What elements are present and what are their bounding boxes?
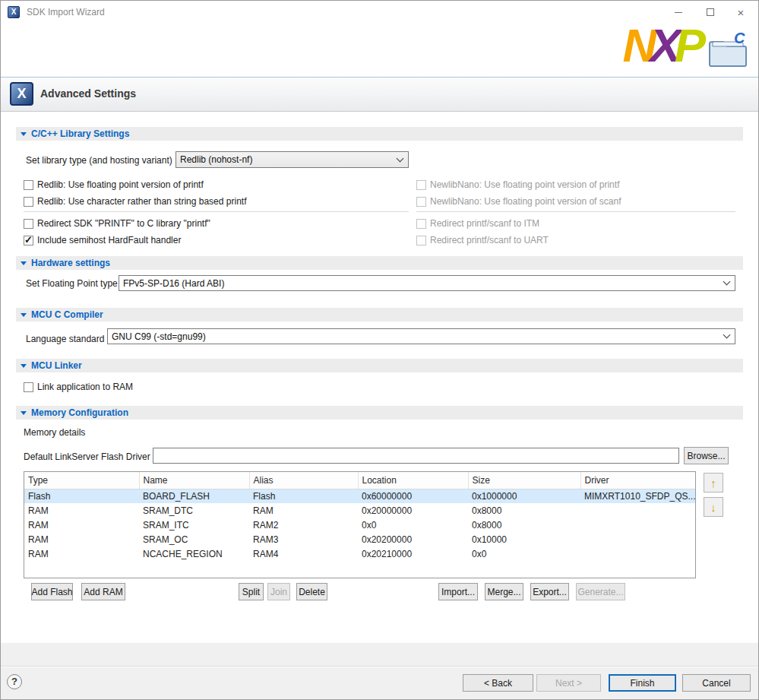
- cell: Flash: [249, 489, 358, 503]
- checkbox-label: Include semihost HardFault handler: [37, 235, 181, 245]
- table-row-sram-itc[interactable]: RAM SRAM_ITC RAM2 0x0 0x8000: [24, 518, 696, 532]
- cell: 0x8000: [468, 503, 580, 518]
- memory-table: Type Name Alias Location Size Driver Fla…: [24, 471, 696, 578]
- separator: [1, 666, 758, 667]
- next-button: Next >: [536, 674, 601, 692]
- nxp-letter-n: N: [623, 19, 650, 71]
- column-header-location[interactable]: Location: [358, 472, 468, 489]
- merge-button[interactable]: Merge...: [485, 583, 523, 600]
- finish-button[interactable]: Finish: [609, 674, 676, 692]
- cell: NCACHE_REGION: [139, 546, 249, 561]
- cell: [580, 532, 696, 546]
- collapse-triangle-icon: [21, 261, 27, 265]
- collapse-triangle-icon: [21, 411, 27, 415]
- collapse-triangle-icon: [21, 313, 27, 317]
- help-button[interactable]: ?: [7, 674, 22, 689]
- checkbox-box: [24, 180, 33, 190]
- section-memory-configuration[interactable]: Memory Configuration: [16, 406, 743, 420]
- library-type-label: Set library type (and hosting variant): [26, 154, 172, 166]
- mcuxpresso-icon-letter: X: [17, 86, 26, 102]
- cell: 0x20200000: [358, 532, 468, 546]
- minimize-icon: [675, 12, 682, 13]
- library-type-select[interactable]: Redlib (nohost-nf): [176, 151, 409, 168]
- column-header-type[interactable]: Type: [24, 472, 139, 489]
- column-header-size[interactable]: Size: [468, 472, 580, 489]
- flash-driver-input[interactable]: [153, 448, 679, 464]
- library-type-value: Redlib (nohost-nf): [180, 154, 252, 165]
- table-row-board-flash[interactable]: Flash BOARD_FLASH Flash 0x60000000 0x100…: [24, 489, 696, 503]
- cancel-button[interactable]: Cancel: [682, 674, 751, 692]
- section-mcu-c-compiler[interactable]: MCU C Compiler: [16, 308, 743, 321]
- cell: RAM4: [249, 546, 358, 561]
- maximize-button[interactable]: [697, 1, 723, 24]
- footer: ? < Back Next > Finish Cancel: [1, 643, 758, 700]
- delete-button[interactable]: Delete: [296, 583, 327, 600]
- checkbox-label: Redlib: Use floating point version of pr…: [37, 179, 204, 190]
- collapse-triangle-icon: [21, 364, 27, 368]
- floating-point-select[interactable]: FPv5-SP-D16 (Hard ABI): [119, 275, 735, 291]
- chevron-down-icon: [723, 331, 731, 339]
- column-header-driver[interactable]: Driver: [580, 472, 696, 489]
- checkbox-box: [416, 236, 426, 245]
- column-header-name[interactable]: Name: [139, 472, 249, 489]
- table-row-ncache-region[interactable]: RAM NCACHE_REGION RAM4 0x20210000 0x0: [24, 546, 696, 561]
- checkbox-label: Link application to RAM: [37, 382, 133, 392]
- cell: RAM: [249, 503, 358, 518]
- section-hardware-settings[interactable]: Hardware settings: [16, 256, 743, 270]
- checkbox-box: [416, 180, 426, 190]
- arrow-down-icon: ↓: [710, 502, 716, 513]
- import-button[interactable]: Import...: [438, 583, 478, 600]
- cell: RAM: [24, 518, 139, 532]
- browse-button[interactable]: Browse...: [684, 447, 729, 464]
- checkbox-redlib-char-printf[interactable]: Redlib: Use character rather than string…: [24, 195, 246, 207]
- cell: BOARD_FLASH: [139, 489, 249, 503]
- column-header-alias[interactable]: Alias: [249, 472, 358, 489]
- section-compiler-title: MCU C Compiler: [31, 309, 103, 320]
- checkbox-redirect-printf[interactable]: Redirect SDK "PRINTF" to C library "prin…: [24, 217, 210, 230]
- add-flash-button[interactable]: Add Flash: [31, 583, 73, 600]
- cell: [580, 503, 696, 518]
- section-library-title: C/C++ Library Settings: [31, 128, 129, 139]
- split-button[interactable]: Split: [239, 583, 264, 600]
- folder-c-letter: C: [734, 30, 745, 46]
- cell: RAM: [24, 503, 139, 518]
- checkbox-semihost-hardfault[interactable]: Include semihost HardFault handler: [24, 234, 181, 246]
- banner: X Advanced Settings: [1, 77, 758, 112]
- cell: 0x1000000: [468, 489, 580, 503]
- move-up-button[interactable]: ↑: [704, 473, 723, 493]
- add-ram-button[interactable]: Add RAM: [81, 583, 125, 600]
- maximize-icon: [707, 8, 714, 16]
- checkbox-newlibnano-float-printf: NewlibNano: Use floating point version o…: [416, 179, 619, 191]
- cell: MIMXRT1010_SFDP_QS...: [580, 489, 696, 503]
- checkbox-redirect-uart: Redirect printf/scanf to UART: [416, 234, 549, 246]
- section-mcu-linker[interactable]: MCU Linker: [16, 359, 743, 372]
- mcuxpresso-icon: X: [10, 82, 33, 106]
- table-row-sram-oc[interactable]: RAM SRAM_OC RAM3 0x20200000 0x10000: [24, 532, 696, 546]
- close-button[interactable]: ×: [728, 1, 754, 24]
- language-standard-select[interactable]: GNU C99 (-std=gnu99): [107, 328, 735, 344]
- section-hardware-title: Hardware settings: [31, 258, 110, 268]
- checkbox-newlibnano-float-scanf: NewlibNano: Use floating point version o…: [416, 195, 621, 207]
- cell: Flash: [24, 489, 139, 503]
- separator: [24, 211, 409, 212]
- checkbox-redlib-float-printf[interactable]: Redlib: Use floating point version of pr…: [24, 179, 204, 191]
- floating-point-label: Set Floating Point type: [26, 277, 118, 290]
- language-standard-label: Language standard: [26, 333, 104, 345]
- separator: [416, 211, 735, 212]
- move-down-button[interactable]: ↓: [704, 497, 723, 517]
- checkbox-label: Redirect SDK "PRINTF" to C library "prin…: [37, 218, 210, 229]
- table-row-sram-dtc[interactable]: RAM SRAM_DTC RAM 0x20000000 0x8000: [24, 503, 696, 518]
- table-header-row: Type Name Alias Location Size Driver: [24, 472, 696, 489]
- collapse-triangle-icon: [21, 132, 27, 136]
- memory-details-label: Memory details: [24, 426, 85, 439]
- cell: RAM: [24, 546, 139, 561]
- cell: 0x60000000: [358, 489, 468, 503]
- export-button[interactable]: Export...: [530, 583, 569, 600]
- checkbox-box: [24, 197, 33, 207]
- checkbox-label: Redirect printf/scanf to ITM: [430, 218, 539, 229]
- back-button[interactable]: < Back: [463, 674, 533, 692]
- nxp-logo: NXP: [623, 19, 700, 72]
- checkbox-link-to-ram[interactable]: Link application to RAM: [24, 381, 133, 393]
- section-library-settings[interactable]: C/C++ Library Settings: [16, 127, 743, 141]
- nxp-letter-x: X: [650, 19, 674, 71]
